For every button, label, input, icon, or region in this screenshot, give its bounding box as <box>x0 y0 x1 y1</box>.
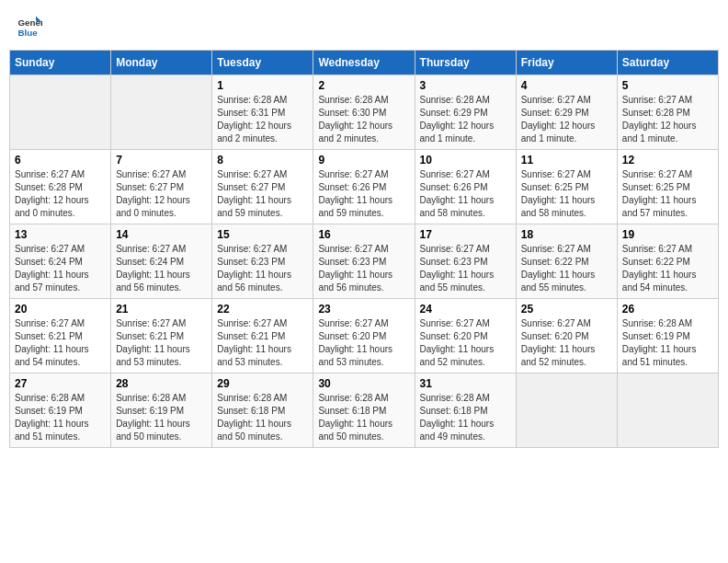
calendar-cell: 18Sunrise: 6:27 AMSunset: 6:22 PMDayligh… <box>516 224 617 299</box>
day-number: 26 <box>622 303 713 316</box>
day-number: 12 <box>622 154 713 167</box>
day-number: 19 <box>622 228 713 241</box>
day-number: 22 <box>217 303 308 316</box>
day-info: Sunrise: 6:27 AMSunset: 6:26 PMDaylight:… <box>318 168 409 220</box>
calendar-cell: 13Sunrise: 6:27 AMSunset: 6:24 PMDayligh… <box>10 224 111 299</box>
day-number: 14 <box>116 228 207 241</box>
day-number: 18 <box>521 228 612 241</box>
calendar-header-row: SundayMondayTuesdayWednesdayThursdayFrid… <box>10 51 719 75</box>
calendar-cell: 24Sunrise: 6:27 AMSunset: 6:20 PMDayligh… <box>415 299 516 373</box>
calendar-cell: 2Sunrise: 6:28 AMSunset: 6:30 PMDaylight… <box>313 75 415 150</box>
calendar-cell: 31Sunrise: 6:28 AMSunset: 6:18 PMDayligh… <box>415 373 516 448</box>
header-day-thursday: Thursday <box>415 51 516 75</box>
day-number: 8 <box>217 154 308 167</box>
calendar-cell: 8Sunrise: 6:27 AMSunset: 6:27 PMDaylight… <box>212 150 313 224</box>
day-info: Sunrise: 6:27 AMSunset: 6:20 PMDaylight:… <box>318 317 409 369</box>
day-number: 11 <box>521 154 612 167</box>
day-number: 28 <box>116 377 207 390</box>
calendar-cell: 12Sunrise: 6:27 AMSunset: 6:25 PMDayligh… <box>617 150 718 224</box>
day-info: Sunrise: 6:27 AMSunset: 6:27 PMDaylight:… <box>217 168 308 220</box>
day-info: Sunrise: 6:27 AMSunset: 6:25 PMDaylight:… <box>521 168 612 220</box>
calendar-cell: 15Sunrise: 6:27 AMSunset: 6:23 PMDayligh… <box>212 224 313 299</box>
calendar-body: 1Sunrise: 6:28 AMSunset: 6:31 PMDaylight… <box>10 75 719 448</box>
calendar-cell: 14Sunrise: 6:27 AMSunset: 6:24 PMDayligh… <box>111 224 212 299</box>
calendar-cell: 10Sunrise: 6:27 AMSunset: 6:26 PMDayligh… <box>415 150 516 224</box>
header-day-monday: Monday <box>111 51 212 75</box>
day-info: Sunrise: 6:28 AMSunset: 6:29 PMDaylight:… <box>420 94 511 145</box>
day-info: Sunrise: 6:27 AMSunset: 6:23 PMDaylight:… <box>217 243 308 294</box>
calendar-cell <box>10 75 111 150</box>
day-info: Sunrise: 6:27 AMSunset: 6:25 PMDaylight:… <box>622 168 713 220</box>
calendar-cell: 20Sunrise: 6:27 AMSunset: 6:21 PMDayligh… <box>10 299 111 373</box>
day-number: 21 <box>116 303 207 316</box>
day-number: 24 <box>420 303 511 316</box>
day-number: 31 <box>420 377 511 390</box>
day-number: 27 <box>15 377 106 390</box>
calendar-cell: 26Sunrise: 6:28 AMSunset: 6:19 PMDayligh… <box>617 299 718 373</box>
day-info: Sunrise: 6:27 AMSunset: 6:22 PMDaylight:… <box>622 243 713 294</box>
day-info: Sunrise: 6:27 AMSunset: 6:28 PMDaylight:… <box>622 94 713 145</box>
day-number: 10 <box>420 154 511 167</box>
day-info: Sunrise: 6:27 AMSunset: 6:22 PMDaylight:… <box>521 243 612 294</box>
calendar-cell: 29Sunrise: 6:28 AMSunset: 6:18 PMDayligh… <box>212 373 313 448</box>
day-number: 30 <box>318 377 409 390</box>
calendar-cell: 3Sunrise: 6:28 AMSunset: 6:29 PMDaylight… <box>415 75 516 150</box>
calendar-cell: 23Sunrise: 6:27 AMSunset: 6:20 PMDayligh… <box>313 299 415 373</box>
calendar-cell: 17Sunrise: 6:27 AMSunset: 6:23 PMDayligh… <box>415 224 516 299</box>
week-row-3: 13Sunrise: 6:27 AMSunset: 6:24 PMDayligh… <box>10 224 719 299</box>
day-info: Sunrise: 6:27 AMSunset: 6:28 PMDaylight:… <box>15 168 106 220</box>
calendar-cell: 19Sunrise: 6:27 AMSunset: 6:22 PMDayligh… <box>617 224 718 299</box>
day-info: Sunrise: 6:28 AMSunset: 6:19 PMDaylight:… <box>116 392 207 443</box>
calendar-cell: 30Sunrise: 6:28 AMSunset: 6:18 PMDayligh… <box>313 373 415 448</box>
svg-text:Blue: Blue <box>17 28 38 38</box>
calendar-cell <box>111 75 212 150</box>
calendar-cell: 11Sunrise: 6:27 AMSunset: 6:25 PMDayligh… <box>516 150 617 224</box>
day-info: Sunrise: 6:27 AMSunset: 6:20 PMDaylight:… <box>521 317 612 369</box>
day-info: Sunrise: 6:28 AMSunset: 6:18 PMDaylight:… <box>420 392 511 443</box>
header-day-sunday: Sunday <box>10 51 111 75</box>
day-number: 5 <box>622 79 713 92</box>
day-number: 7 <box>116 154 207 167</box>
day-info: Sunrise: 6:27 AMSunset: 6:20 PMDaylight:… <box>420 317 511 369</box>
day-info: Sunrise: 6:28 AMSunset: 6:19 PMDaylight:… <box>15 392 106 443</box>
day-number: 3 <box>420 79 511 92</box>
day-number: 15 <box>217 228 308 241</box>
day-number: 25 <box>521 303 612 316</box>
calendar-cell <box>617 373 718 448</box>
calendar-cell: 1Sunrise: 6:28 AMSunset: 6:31 PMDaylight… <box>212 75 313 150</box>
calendar-cell: 28Sunrise: 6:28 AMSunset: 6:19 PMDayligh… <box>111 373 212 448</box>
calendar-cell: 5Sunrise: 6:27 AMSunset: 6:28 PMDaylight… <box>617 75 718 150</box>
day-number: 6 <box>15 154 106 167</box>
day-info: Sunrise: 6:28 AMSunset: 6:19 PMDaylight:… <box>622 317 713 369</box>
calendar-cell: 4Sunrise: 6:27 AMSunset: 6:29 PMDaylight… <box>516 75 617 150</box>
calendar-table: SundayMondayTuesdayWednesdayThursdayFrid… <box>9 50 719 448</box>
day-info: Sunrise: 6:27 AMSunset: 6:21 PMDaylight:… <box>15 317 106 369</box>
calendar-cell <box>516 373 617 448</box>
day-info: Sunrise: 6:28 AMSunset: 6:31 PMDaylight:… <box>217 94 308 145</box>
day-info: Sunrise: 6:27 AMSunset: 6:27 PMDaylight:… <box>116 168 207 220</box>
day-info: Sunrise: 6:27 AMSunset: 6:26 PMDaylight:… <box>420 168 511 220</box>
calendar-cell: 7Sunrise: 6:27 AMSunset: 6:27 PMDaylight… <box>111 150 212 224</box>
day-number: 29 <box>217 377 308 390</box>
week-row-2: 6Sunrise: 6:27 AMSunset: 6:28 PMDaylight… <box>10 150 719 224</box>
calendar-cell: 9Sunrise: 6:27 AMSunset: 6:26 PMDaylight… <box>313 150 415 224</box>
day-info: Sunrise: 6:27 AMSunset: 6:29 PMDaylight:… <box>521 94 612 145</box>
day-info: Sunrise: 6:27 AMSunset: 6:21 PMDaylight:… <box>116 317 207 369</box>
day-number: 9 <box>318 154 409 167</box>
header-day-saturday: Saturday <box>617 51 718 75</box>
day-info: Sunrise: 6:27 AMSunset: 6:23 PMDaylight:… <box>420 243 511 294</box>
day-info: Sunrise: 6:28 AMSunset: 6:18 PMDaylight:… <box>217 392 308 443</box>
day-info: Sunrise: 6:27 AMSunset: 6:24 PMDaylight:… <box>116 243 207 294</box>
week-row-5: 27Sunrise: 6:28 AMSunset: 6:19 PMDayligh… <box>10 373 719 448</box>
calendar-cell: 27Sunrise: 6:28 AMSunset: 6:19 PMDayligh… <box>10 373 111 448</box>
day-number: 4 <box>521 79 612 92</box>
day-number: 17 <box>420 228 511 241</box>
day-number: 20 <box>15 303 106 316</box>
day-number: 23 <box>318 303 409 316</box>
logo: General Blue <box>17 13 46 39</box>
day-info: Sunrise: 6:28 AMSunset: 6:18 PMDaylight:… <box>318 392 409 443</box>
calendar-cell: 25Sunrise: 6:27 AMSunset: 6:20 PMDayligh… <box>516 299 617 373</box>
week-row-1: 1Sunrise: 6:28 AMSunset: 6:31 PMDaylight… <box>10 75 719 150</box>
header: General Blue <box>9 9 719 42</box>
day-info: Sunrise: 6:27 AMSunset: 6:24 PMDaylight:… <box>15 243 106 294</box>
